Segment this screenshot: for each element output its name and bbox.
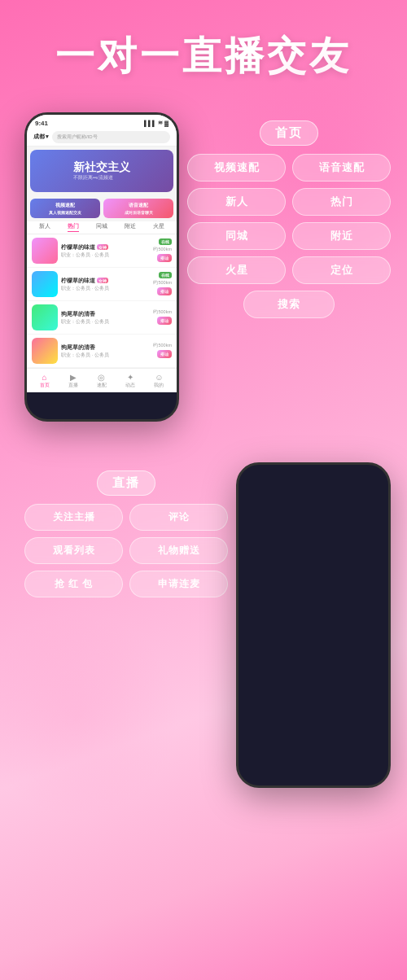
feature-tags-section: 首页 视频速配 语音速配 新人 热门 同城 附近 火星 定位 搜索 — [187, 112, 391, 318]
tab-fujin[interactable]: 附近 — [125, 223, 136, 232]
distance-2: 约500km — [153, 280, 172, 286]
user-meta-3: 职业：公务员 · 公务员 — [61, 319, 150, 325]
user-avatar-3 — [32, 304, 58, 330]
distance-1: 约500km — [153, 247, 172, 252]
nav-profile[interactable]: ☺ 我的 — [154, 373, 164, 388]
feature-newuser: 新人 — [187, 188, 286, 216]
app-header-1: 成都 ▾ 搜索用户昵称/ID号 — [27, 129, 177, 147]
feature-location: 定位 — [292, 256, 391, 284]
live-tags-grid: 关注主播 评论 观看列表 礼物赠送 抢 红 包 申请连麦 — [24, 504, 228, 597]
user-badge-2: 女神 — [97, 278, 108, 283]
user-item-4: 狗尾草的清香 职业：公务员 · 公务员 约500km 搭讪 — [27, 335, 177, 368]
chevron-down-icon: ▾ — [46, 133, 49, 140]
user-name-4: 狗尾草的清香 — [61, 343, 150, 352]
location-button[interactable]: 成都 ▾ — [33, 133, 49, 141]
tab-huoxing[interactable]: 火星 — [153, 223, 164, 232]
user-avatar-2 — [32, 271, 58, 297]
feature-nearby: 附近 — [292, 222, 391, 250]
phone-mockup-2: 9:41 ▌▌▌ ≋ ▓ 小嘟吃 — [236, 462, 391, 788]
app-banner: 新社交主义 不限距离••v流频道 — [30, 150, 173, 192]
section-bottom: 直播 关注主播 评论 观看列表 礼物赠送 抢 红 包 申请连麦 9:41 — [0, 446, 407, 804]
banner-text: 新社交主义 — [73, 160, 130, 174]
user-meta-1: 职业：公务员 · 公务员 — [61, 252, 150, 258]
match-icon: ◎ — [98, 373, 105, 382]
live-feature-redpack: 抢 红 包 — [24, 571, 123, 597]
app-tabs: 新人 热门 同城 附近 火星 — [27, 221, 177, 234]
nav-home[interactable]: ⌂ 首页 — [40, 373, 50, 388]
bottom-nav: ⌂ 首页 ▶ 直播 ◎ 速配 ✦ 动态 ☺ 我的 — [27, 368, 177, 392]
user-name-2: 柠檬草的味道 女神 — [61, 277, 150, 285]
user-meta-2: 职业：公务员 · 公务员 — [61, 286, 150, 291]
user-avatar-4 — [32, 338, 58, 364]
status-bar-1: 9:41 ▌▌▌ ≋ ▓ — [27, 115, 177, 129]
user-meta-4: 职业：公务员 · 公务员 — [61, 352, 150, 358]
search-placeholder: 搜索用户昵称/ID号 — [57, 134, 98, 139]
user-info-4: 狗尾草的清香 职业：公务员 · 公务员 — [61, 343, 150, 358]
nav-dynamic[interactable]: ✦ 动态 — [125, 373, 135, 388]
quick-match-area: 视频速配 真人视频速配交友 语音速配 成对后语音聊天 — [27, 195, 177, 221]
live-feature-gift: 礼物赠送 — [129, 537, 228, 564]
tab-xinren[interactable]: 新人 — [39, 223, 50, 232]
user-avatar-1 — [32, 238, 58, 264]
tab-hotmen[interactable]: 热门 — [68, 223, 79, 232]
phone-mockup-1: 9:41 ▌▌▌ ≋ ▓ 成都 ▾ 搜索用户昵称/ID号 — [24, 112, 179, 422]
user-list: 柠檬草的味道 女神 职业：公务员 · 公务员 在线 约500km 搭讪 — [27, 234, 177, 368]
user-info-2: 柠檬草的味道 女神 职业：公务员 · 公务员 — [61, 277, 150, 291]
live-features-section: 直播 关注主播 评论 观看列表 礼物赠送 抢 红 包 申请连麦 — [24, 462, 228, 597]
profile-icon: ☺ — [155, 373, 163, 382]
online-status-1: 在线 — [159, 238, 172, 245]
location-text: 成都 — [33, 133, 45, 141]
feature-voice-match: 语音速配 — [292, 154, 391, 182]
live-feature-comment: 评论 — [129, 504, 228, 531]
feature-samecity: 同城 — [187, 222, 286, 250]
nav-live[interactable]: ▶ 直播 — [68, 373, 78, 388]
hero-title: 一对一直播交友 — [16, 33, 391, 80]
feature-tags-grid: 视频速配 语音速配 新人 热门 同城 附近 火星 定位 搜索 — [187, 154, 391, 318]
user-info-1: 柠檬草的味道 女神 职业：公务员 · 公务员 — [61, 243, 150, 258]
section1-label: 首页 — [260, 120, 318, 146]
user-info-3: 狗尾草的清香 职业：公务员 · 公务员 — [61, 310, 150, 325]
nav-match[interactable]: ◎ 速配 — [97, 373, 107, 388]
user-badge-1: 女神 — [97, 244, 108, 250]
user-item-1: 柠檬草的味道 女神 职业：公务员 · 公务员 在线 约500km 搭讪 — [27, 234, 177, 268]
live-feature-follow: 关注主播 — [24, 504, 123, 531]
dynamic-icon: ✦ — [127, 373, 133, 382]
live-feature-viewlist: 观看列表 — [24, 537, 123, 564]
home-icon: ⌂ — [42, 373, 47, 382]
user-item-2: 柠檬草的味道 女神 职业：公务员 · 公务员 在线 约500km 搭讪 — [27, 268, 177, 301]
live-feature-connect: 申请连麦 — [129, 571, 228, 597]
user-item-3: 狗尾草的清香 职业：公务员 · 公务员 约500km 搭讪 — [27, 301, 177, 335]
distance-4: 约500km — [153, 343, 172, 348]
contact-button-4[interactable]: 搭讪 — [157, 350, 172, 358]
live-icon: ▶ — [70, 373, 77, 382]
contact-button-3[interactable]: 搭讪 — [157, 317, 172, 325]
feature-hotmen: 热门 — [292, 188, 391, 216]
status-icons-1: ▌▌▌ ≋ ▓ — [144, 120, 168, 126]
signal-icon: ▌▌▌ — [144, 120, 156, 126]
feature-search: 搜索 — [243, 291, 335, 318]
video-match-button[interactable]: 视频速配 真人视频速配交友 — [30, 199, 100, 218]
contact-button-1[interactable]: 搭讪 — [157, 254, 172, 262]
status-time-1: 9:41 — [35, 120, 48, 127]
feature-video-match: 视频速配 — [187, 154, 286, 182]
feature-mars: 火星 — [187, 256, 286, 284]
search-bar[interactable]: 搜索用户昵称/ID号 — [52, 131, 170, 143]
voice-match-button[interactable]: 语音速配 成对后语音聊天 — [103, 199, 173, 218]
battery-icon: ▓ — [164, 120, 168, 126]
distance-3: 约500km — [153, 309, 172, 315]
user-name-1: 柠檬草的味道 女神 — [61, 243, 150, 252]
contact-button-2[interactable]: 搭讪 — [157, 287, 172, 295]
section-top: 9:41 ▌▌▌ ≋ ▓ 成都 ▾ 搜索用户昵称/ID号 — [0, 96, 407, 438]
section2-label: 直播 — [97, 470, 155, 496]
banner-sub: 不限距离••v流频道 — [73, 175, 130, 181]
tab-tongcheng[interactable]: 同城 — [96, 223, 107, 232]
user-name-3: 狗尾草的清香 — [61, 310, 150, 318]
online-status-2: 在线 — [159, 272, 172, 278]
hero-section: 一对一直播交友 — [0, 0, 407, 96]
wifi-icon: ≋ — [158, 120, 163, 126]
